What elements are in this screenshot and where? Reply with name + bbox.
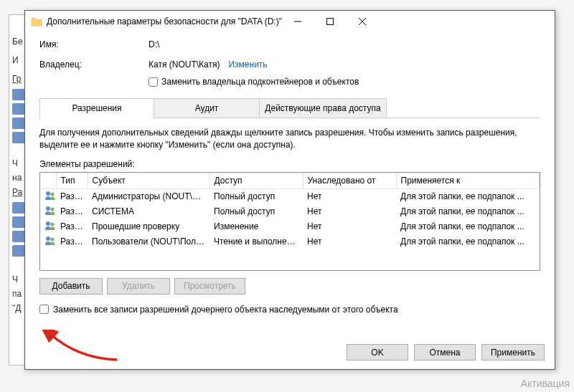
cell-inherited: Нет — [303, 234, 396, 249]
cell-access: Изменение — [210, 219, 303, 234]
name-label: Имя: — [39, 39, 149, 49]
folder-icon — [31, 16, 42, 27]
replace-owner-checkbox[interactable] — [149, 77, 158, 87]
svg-point-4 — [46, 191, 50, 196]
owner-label: Владелец: — [39, 59, 149, 70]
replace-child-checkbox[interactable] — [39, 305, 49, 314]
cell-access: Полный доступ — [210, 188, 303, 204]
svg-point-7 — [51, 207, 55, 211]
permissions-table[interactable]: Тип Субъект Доступ Унаследовано от Приме… — [39, 172, 540, 271]
svg-point-11 — [51, 237, 55, 241]
apply-button[interactable]: Применить — [481, 344, 545, 360]
change-owner-link[interactable]: Изменить — [228, 59, 267, 70]
owner-value: Катя (NOUT\Катя) — [149, 59, 220, 70]
name-value: D:\ — [149, 39, 159, 49]
view-button[interactable]: Просмотреть — [174, 278, 245, 295]
svg-point-6 — [46, 206, 50, 211]
col-applies[interactable]: Применяется к — [396, 173, 540, 189]
col-subject[interactable]: Субъект — [88, 173, 210, 189]
cell-applies: Для этой папки, ее подпапок ... — [396, 204, 540, 219]
cell-subject: Прошедшие проверку — [88, 219, 210, 234]
cell-type: Разр... — [56, 219, 88, 234]
col-inherited[interactable]: Унаследовано от — [303, 173, 396, 189]
advanced-security-dialog: Дополнительные параметры безопасности дл… — [24, 10, 555, 370]
cell-inherited: Нет — [303, 219, 396, 234]
tab-permissions[interactable]: Разрешения — [39, 98, 154, 118]
minimize-button[interactable] — [282, 11, 314, 32]
instructions-text: Для получения дополнительных сведений дв… — [39, 127, 540, 152]
activation-watermark: Активация — [517, 375, 574, 392]
cell-access: Полный доступ — [210, 204, 303, 219]
cell-type: Разр... — [56, 188, 88, 204]
replace-child-label: Заменить все записи разрешений дочернего… — [53, 305, 398, 315]
cell-applies: Для этой папки, ее подпапок ... — [396, 234, 540, 249]
close-button[interactable] — [347, 11, 379, 32]
cell-type: Разр... — [56, 234, 88, 249]
tab-effective-access[interactable]: Действующие права доступа — [259, 98, 387, 118]
maximize-button[interactable] — [314, 11, 347, 32]
svg-point-8 — [46, 221, 50, 226]
window-title: Дополнительные параметры безопасности дл… — [47, 16, 282, 27]
svg-point-9 — [51, 222, 55, 226]
svg-point-5 — [51, 192, 55, 196]
cell-inherited: Нет — [303, 204, 396, 219]
col-type[interactable]: Тип — [56, 173, 88, 189]
cell-subject: СИСТЕМА — [88, 204, 210, 219]
tab-audit[interactable]: Аудит — [154, 98, 260, 118]
cell-access: Чтение и выполнение — [210, 234, 303, 249]
ok-button[interactable]: OK — [347, 344, 408, 360]
permissions-section-label: Элементы разрешений: — [39, 159, 540, 169]
cell-type: Разр... — [56, 204, 88, 219]
table-row[interactable]: Разр...Прошедшие проверкуИзменениеНетДля… — [40, 219, 540, 234]
svg-rect-1 — [327, 19, 334, 25]
table-row[interactable]: Разр...Администраторы (NOUT\Ад...Полный … — [40, 188, 540, 204]
table-row[interactable]: Разр...Пользователи (NOUT\Польз...Чтение… — [40, 234, 540, 249]
cell-applies: Для этой папки, ее подпапок ... — [396, 219, 540, 234]
cell-inherited: Нет — [303, 188, 396, 204]
dialog-footer: OK Отмена Применить — [25, 337, 555, 369]
cell-applies: Для этой папки, ее подпапок ... — [396, 188, 540, 204]
remove-button[interactable]: Удалить — [107, 278, 170, 295]
table-row[interactable]: Разр...СИСТЕМАПолный доступНетДля этой п… — [40, 204, 540, 219]
cell-subject: Пользователи (NOUT\Польз... — [88, 234, 210, 249]
cell-subject: Администраторы (NOUT\Ад... — [88, 188, 210, 204]
titlebar: Дополнительные параметры безопасности дл… — [25, 11, 555, 32]
cancel-button[interactable]: Отмена — [414, 344, 476, 360]
svg-point-10 — [46, 236, 50, 241]
col-access[interactable]: Доступ — [210, 173, 303, 189]
add-button[interactable]: Добавить — [39, 278, 103, 295]
tab-strip: Разрешения Аудит Действующие права досту… — [39, 98, 540, 118]
replace-owner-label: Заменить владельца подконтейнеров и объе… — [161, 77, 359, 87]
